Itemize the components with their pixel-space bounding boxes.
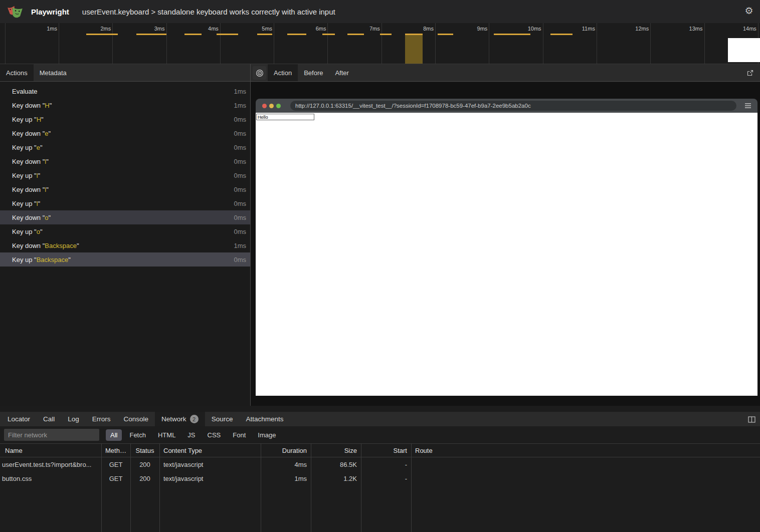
action-row[interactable]: Key down "o"0ms xyxy=(0,210,250,224)
timeline-gridline xyxy=(650,23,651,64)
timeline-gridline xyxy=(435,23,436,64)
tab-action[interactable]: Action xyxy=(268,64,298,81)
tab-attachments[interactable]: Attachments xyxy=(239,412,290,426)
table-row[interactable]: button.cssGET200text/javascript1ms1.2K- xyxy=(0,471,760,485)
action-row[interactable]: Key down "l"0ms xyxy=(0,182,250,196)
timeline-action-tick[interactable] xyxy=(494,34,530,35)
horizontal-splitter[interactable] xyxy=(0,406,760,412)
timeline-action-tick[interactable] xyxy=(217,34,238,35)
timeline-action-tick[interactable] xyxy=(380,34,392,35)
action-quote: " xyxy=(68,256,71,263)
action-quote: " xyxy=(40,144,43,151)
tab-after[interactable]: After xyxy=(329,64,354,81)
timeline-action-tick[interactable] xyxy=(287,34,306,35)
timeline-selected-action-bar[interactable] xyxy=(405,34,423,64)
action-row[interactable]: Key up "e"0ms xyxy=(0,140,250,154)
timeline[interactable]: 1ms2ms3ms4ms5ms6ms7ms8ms9ms10ms11ms12ms1… xyxy=(0,23,760,64)
action-quote: " xyxy=(38,172,41,179)
table-header-name[interactable]: Name xyxy=(0,447,101,454)
tab-log[interactable]: Log xyxy=(61,412,86,426)
tab-bar-spacer xyxy=(355,64,744,81)
timeline-action-tick[interactable] xyxy=(322,34,335,35)
action-label: Key up " xyxy=(12,256,37,263)
action-label: Key down " xyxy=(12,242,45,249)
filter-chip-html[interactable]: HTML xyxy=(153,429,180,441)
filter-chip-css[interactable]: CSS xyxy=(203,429,226,441)
action-label: Key down " xyxy=(12,214,45,221)
timeline-gridline xyxy=(382,23,382,64)
timeline-action-tick[interactable] xyxy=(405,34,423,35)
action-key-value: o xyxy=(45,214,48,221)
actions-tab-bar: ActionsMetadata xyxy=(0,64,250,82)
action-row[interactable]: Evaluate1ms xyxy=(0,84,250,98)
action-label: Key up " xyxy=(12,228,37,235)
filter-chip-image[interactable]: Image xyxy=(253,429,280,441)
timeline-action-tick[interactable] xyxy=(184,34,202,35)
tab-errors[interactable]: Errors xyxy=(86,412,117,426)
action-row[interactable]: Key up "o"0ms xyxy=(0,224,250,238)
action-row[interactable]: Key up "Backspace"0ms xyxy=(0,252,250,267)
split-columns-icon[interactable] xyxy=(746,414,757,425)
timeline-action-tick[interactable] xyxy=(257,34,272,35)
table-column-separator xyxy=(159,444,160,532)
timeline-tick-label: 5ms xyxy=(262,26,272,32)
filter-chip-fetch[interactable]: Fetch xyxy=(125,429,150,441)
table-header-method[interactable]: Method xyxy=(101,447,130,454)
action-row[interactable]: Key down "Backspace"1ms xyxy=(0,238,250,252)
timeline-action-tick[interactable] xyxy=(136,34,166,35)
table-column-separator xyxy=(261,444,261,532)
action-row[interactable]: Key up "H"0ms xyxy=(0,112,250,126)
table-header-size[interactable]: Size xyxy=(311,447,361,454)
app-title: Playwright xyxy=(31,8,69,16)
table-row[interactable]: userEvent.test.ts?import&bro...GET200tex… xyxy=(0,457,760,471)
action-quote: " xyxy=(38,200,41,207)
resource-type-filters: AllFetchHTMLJSCSSFontImage xyxy=(106,429,280,441)
tab-label: Action xyxy=(274,69,292,77)
filter-chip-js[interactable]: JS xyxy=(183,429,200,441)
cell-duration: 1ms xyxy=(261,475,311,482)
action-duration: 0ms xyxy=(234,186,250,193)
tab-before[interactable]: Before xyxy=(298,64,329,81)
cell-method: GET xyxy=(101,461,130,468)
snapshot-text-input[interactable] xyxy=(256,114,314,120)
filter-network-input[interactable] xyxy=(4,429,99,441)
timeline-gridline xyxy=(327,23,328,64)
tab-source[interactable]: Source xyxy=(205,412,240,426)
timeline-action-tick[interactable] xyxy=(438,34,453,35)
open-external-icon[interactable] xyxy=(744,67,756,79)
filter-chip-all[interactable]: All xyxy=(106,429,122,441)
action-quote: " xyxy=(46,186,49,193)
cell-status: 200 xyxy=(130,475,159,482)
timeline-filmstrip-thumbnail[interactable] xyxy=(728,38,760,62)
action-row[interactable]: Key up "l"0ms xyxy=(0,168,250,182)
action-duration: 0ms xyxy=(234,172,250,179)
timeline-action-tick[interactable] xyxy=(347,34,364,35)
action-label: Key up " xyxy=(12,172,37,179)
pick-locator-target-icon[interactable] xyxy=(253,66,266,80)
tab-network[interactable]: Network2 xyxy=(155,412,205,426)
settings-gear-icon[interactable]: ⚙ xyxy=(743,6,754,17)
timeline-action-tick[interactable] xyxy=(86,34,118,35)
tab-call[interactable]: Call xyxy=(37,412,61,426)
timeline-action-tick[interactable] xyxy=(550,34,573,35)
tab-locator[interactable]: Locator xyxy=(1,412,37,426)
table-header-start[interactable]: Start xyxy=(361,447,411,454)
tab-metadata[interactable]: Metadata xyxy=(34,64,73,81)
action-row[interactable]: Key up "l"0ms xyxy=(0,196,250,210)
table-header-duration[interactable]: Duration xyxy=(261,447,311,454)
table-header-status[interactable]: Status xyxy=(130,447,159,454)
timeline-tick-label: 11ms xyxy=(582,26,595,32)
action-label: Key up " xyxy=(12,116,37,123)
tab-label: Call xyxy=(43,415,55,423)
tab-console[interactable]: Console xyxy=(117,412,155,426)
action-row[interactable]: Key down "e"0ms xyxy=(0,126,250,140)
action-key-value: Backspace xyxy=(37,256,69,263)
action-row[interactable]: Key down "l"0ms xyxy=(0,154,250,168)
action-row[interactable]: Key down "H"1ms xyxy=(0,98,250,112)
tab-actions[interactable]: Actions xyxy=(0,64,34,81)
playwright-trace-viewer: Playwright userEvent.keyboard > standalo… xyxy=(0,0,760,532)
table-header-content-type[interactable]: Content Type xyxy=(159,447,261,454)
filter-chip-font[interactable]: Font xyxy=(228,429,250,441)
table-header-route[interactable]: Route xyxy=(411,447,760,454)
action-quote: " xyxy=(46,158,49,165)
